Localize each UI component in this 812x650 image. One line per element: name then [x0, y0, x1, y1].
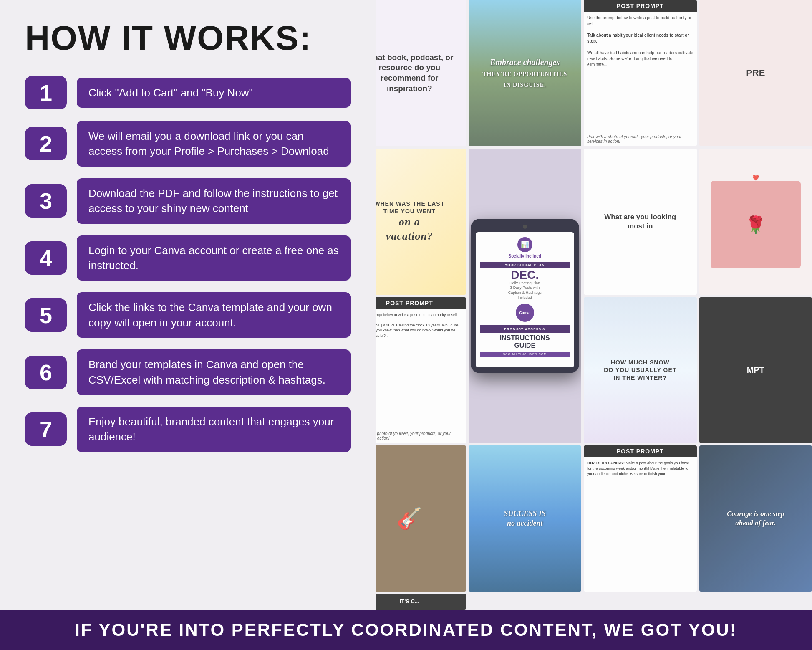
collage-item-12: SUCCESS ISno accident [469, 445, 582, 592]
step-number-5: 5 [25, 298, 67, 332]
steps-list: 1 Click "Add to Cart" and "Buy Now" 2 We… [25, 76, 351, 452]
step-text-3: Download the PDF and follow the instruct… [77, 178, 351, 224]
collage-item-3: POST PROMPT Use the prompt below to writ… [584, 0, 697, 146]
bottom-banner: IF YOU'RE INTO PERFECTLY COORDINATED CON… [0, 610, 812, 650]
collage-item-4: PRE [699, 0, 812, 146]
step-number-3: 3 [25, 184, 67, 218]
collage-item-2: Embrace challengesTHEY'RE OPPORTUNITIESI… [469, 0, 582, 146]
step-text-5: Click the links to the Canva template an… [77, 292, 351, 338]
collage-item-14: Courage is one stepahead of fear. [699, 445, 812, 592]
step-text-4: Login to your Canva account or create a … [77, 235, 351, 281]
step-number-7: 7 [25, 412, 67, 446]
collage-item-10: MPT [699, 297, 812, 443]
step-text-7: Enjoy beautiful, branded content that en… [77, 407, 351, 452]
background-collage: What book, podcast, or resource do you r… [353, 0, 812, 610]
step-7: 7 Enjoy beautiful, branded content that … [25, 407, 351, 452]
collage-item-13: POST PROMPT GOALS ON SUNDAY: Make a post… [584, 445, 697, 592]
main-title: HOW IT WORKS: [25, 21, 351, 55]
step-1: 1 Click "Add to Cart" and "Buy Now" [25, 76, 351, 109]
collage-item-tablet: 📊 Socially Inclined YOUR SOCIAL PLAN DEC… [469, 149, 582, 443]
step-5: 5 Click the links to the Canva template … [25, 292, 351, 338]
step-number-2: 2 [25, 127, 67, 160]
step-text-2: We will email you a download link or you… [77, 121, 351, 167]
step-text-6: Brand your templates in Canva and open t… [77, 349, 351, 395]
step-2: 2 We will email you a download link or y… [25, 121, 351, 167]
collage-item-7: ❤️ 🌹 [699, 149, 812, 295]
step-number-4: 4 [25, 241, 67, 275]
step-number-1: 1 [25, 76, 67, 109]
collage-item-6: What are you lookingmost in [584, 149, 697, 295]
step-3: 3 Download the PDF and follow the instru… [25, 178, 351, 224]
left-panel: HOW IT WORKS: 1 Click "Add to Cart" and … [0, 0, 376, 610]
bottom-banner-text: IF YOU'RE INTO PERFECTLY COORDINATED CON… [75, 620, 737, 640]
step-number-6: 6 [25, 356, 67, 389]
step-6: 6 Brand your templates in Canva and open… [25, 349, 351, 395]
step-4: 4 Login to your Canva account or create … [25, 235, 351, 281]
step-text-1: Click "Add to Cart" and "Buy Now" [77, 78, 351, 108]
collage-item-9: HOW MUCH SNOWDO YOU USUALLY GETIN THE WI… [584, 297, 697, 443]
